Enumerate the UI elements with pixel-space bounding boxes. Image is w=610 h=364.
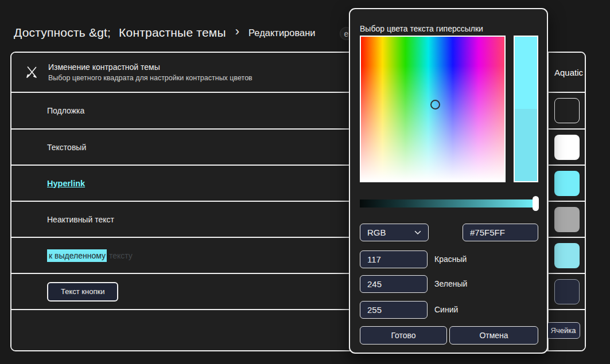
edit-theme-icon: [24, 65, 39, 80]
hex-color-input[interactable]: [463, 224, 538, 241]
breadcrumb-editing: Редактировани: [248, 28, 316, 38]
breadcrumb-badge-letter: е: [344, 29, 349, 38]
done-button[interactable]: Готово: [360, 326, 447, 345]
value-slider-handle[interactable]: [533, 196, 539, 211]
row-hyperlink-swatch-cell: [547, 165, 585, 201]
blue-channel-label: Синий: [434, 301, 503, 319]
row-button-swatch-cell: [547, 273, 585, 309]
swatch-text-color[interactable]: [554, 135, 580, 160]
row-cell-sample-right: Ячейка: [547, 309, 585, 350]
color-model-value: RGB: [367, 228, 386, 237]
row-selected-swatch-cell: [547, 237, 585, 273]
green-channel-label: Зеленый: [434, 275, 503, 293]
table-subtitle: Выбор цветного квадрата для настройки ко…: [48, 74, 252, 82]
table-cell-sample: Ячейка: [546, 322, 581, 339]
table-title: Изменение контрастной темы: [48, 62, 252, 72]
chevron-right-icon: ›: [235, 24, 239, 39]
swatch-button-color[interactable]: [554, 279, 580, 304]
hyperlink-preview[interactable]: Hyperlink: [47, 179, 85, 188]
row-inactive-swatch-cell: [547, 201, 585, 237]
shade-slider-bottom[interactable]: [515, 109, 537, 181]
blue-channel-input[interactable]: [360, 301, 428, 319]
row-text-swatch-cell: [547, 128, 585, 165]
row-label-text: Текстовый: [47, 143, 86, 152]
theme-name: Aquatic: [554, 68, 583, 77]
color-picker-ring[interactable]: [430, 100, 440, 109]
value-slider[interactable]: [360, 199, 538, 208]
red-channel-input[interactable]: [360, 251, 428, 268]
green-channel-input[interactable]: [360, 275, 428, 293]
breadcrumb-accessibility[interactable]: Доступность &gt;: [14, 26, 111, 40]
selected-text-highlight: к выделенному: [47, 249, 107, 262]
contrast-theme-editor-screen: Доступность &gt; Контрастные темы › Реда…: [0, 0, 610, 364]
cancel-button[interactable]: Отмена: [449, 326, 538, 345]
swatch-hyperlink-color[interactable]: [554, 171, 580, 196]
dialog-title: Выбор цвета текста гиперссылки: [360, 24, 483, 33]
shade-slider-top[interactable]: [515, 37, 537, 109]
row-label-inactive-text: Неактивный текст: [47, 215, 114, 224]
table-header-text: Изменение контрастной темы Выбор цветног…: [48, 62, 252, 82]
theme-name-cell: Aquatic: [547, 53, 585, 92]
sample-button[interactable]: Текст кнопки: [47, 282, 118, 302]
row-background-swatch-cell: [547, 92, 585, 128]
chevron-down-icon: [414, 230, 421, 235]
row-label-background: Подложка: [47, 106, 84, 115]
red-channel-label: Красный: [434, 251, 503, 268]
swatch-inactive-text-color[interactable]: [554, 207, 580, 232]
breadcrumb-contrast-themes[interactable]: Контрастные темы: [119, 26, 226, 40]
shade-slider[interactable]: [514, 36, 538, 182]
selected-text-rest: тексту: [107, 251, 133, 260]
swatch-selected-text-color[interactable]: [554, 243, 580, 268]
swatch-background-color[interactable]: [554, 98, 580, 123]
color-model-dropdown[interactable]: RGB: [360, 224, 429, 241]
hue-saturation-field[interactable]: [360, 36, 506, 182]
color-picker-dialog: Выбор цвета текста гиперссылки RGB Красн…: [349, 8, 548, 354]
breadcrumb: Доступность &gt; Контрастные темы › Реда…: [14, 25, 316, 40]
